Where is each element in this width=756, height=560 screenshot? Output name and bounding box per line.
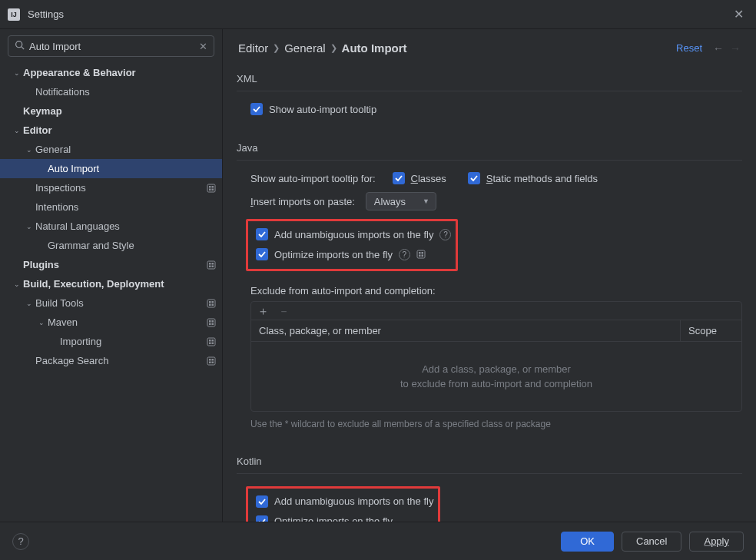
- forward-icon: →: [730, 42, 741, 55]
- tree-row[interactable]: ⌄Build, Execution, Deployment: [0, 274, 222, 293]
- tree-row[interactable]: ⌄Keymap: [0, 101, 222, 121]
- content-scroll[interactable]: XML Show auto-import tooltip Java Show a…: [223, 62, 756, 522]
- row-optimize-java: Optimize imports on the fly ?: [253, 244, 451, 264]
- svg-rect-3: [209, 186, 211, 188]
- chevron-down-icon[interactable]: ⌄: [23, 146, 35, 154]
- chevron-down-icon[interactable]: ⌄: [23, 223, 35, 230]
- project-scope-icon: [207, 299, 216, 308]
- settings-tree[interactable]: ⌄Appearance & Behavior⌄Notifications⌄Key…: [0, 63, 222, 522]
- close-icon[interactable]: ✕: [729, 4, 748, 25]
- svg-rect-31: [212, 361, 214, 363]
- help-icon[interactable]: ?: [399, 249, 410, 260]
- svg-rect-36: [421, 255, 423, 257]
- section-title: XML: [237, 70, 742, 88]
- row-optimize-kotlin: Optimize imports on the fly: [253, 512, 433, 522]
- tree-row[interactable]: ⌄General: [0, 140, 222, 159]
- project-scope-icon: [207, 260, 216, 270]
- ok-button[interactable]: OK: [561, 532, 614, 552]
- settings-window: IJ Settings ✕ ✕ ⌄Appearance & Behavior⌄N…: [0, 0, 756, 560]
- back-icon[interactable]: ←: [713, 42, 724, 55]
- section-title: Java: [237, 139, 742, 157]
- svg-rect-29: [212, 359, 214, 361]
- label: Add unambiguous imports on the fly: [274, 229, 433, 240]
- label: Show auto-import tooltip for:: [250, 173, 376, 184]
- clear-search-icon[interactable]: ✕: [197, 41, 209, 52]
- checkbox-static-methods[interactable]: [468, 172, 480, 184]
- tree-row[interactable]: ⌄Package Search: [0, 351, 222, 370]
- svg-rect-28: [209, 359, 211, 361]
- svg-rect-34: [421, 252, 423, 254]
- breadcrumb: Editor ❯ General ❯ Auto Import: [238, 41, 407, 55]
- help-button[interactable]: ?: [12, 533, 29, 550]
- window-title: Settings: [28, 8, 64, 20]
- tree-label: Build Tools: [35, 297, 202, 309]
- tree-label: Build, Execution, Deployment: [23, 278, 216, 290]
- svg-rect-16: [212, 303, 214, 306]
- remove-icon[interactable]: －: [278, 305, 290, 316]
- add-icon[interactable]: ＋: [257, 305, 269, 316]
- label: Add unambiguous imports on the fly: [274, 495, 433, 507]
- tree-label: Maven: [48, 316, 202, 328]
- tree-row[interactable]: ⌄Plugins: [0, 255, 222, 274]
- tree-row[interactable]: ⌄Importing: [0, 332, 222, 351]
- svg-rect-2: [207, 184, 215, 192]
- checkbox-xml-tooltip[interactable]: [250, 103, 263, 115]
- select-value: Always: [374, 196, 406, 207]
- tree-row[interactable]: ⌄Appearance & Behavior: [0, 63, 222, 82]
- breadcrumb-item[interactable]: General: [284, 41, 325, 55]
- checkbox-add-unambiguous-kotlin[interactable]: [256, 495, 268, 508]
- svg-rect-32: [417, 250, 425, 258]
- tree-row[interactable]: ⌄Notifications: [0, 82, 222, 101]
- chevron-down-icon[interactable]: ⌄: [35, 319, 48, 326]
- chevron-down-icon[interactable]: ⌄: [11, 127, 23, 134]
- label-static-methods: Static methods and fields: [486, 173, 598, 184]
- empty-text: Add a class, package, or member: [422, 363, 571, 375]
- chevron-down-icon[interactable]: ⌄: [23, 300, 35, 307]
- checkbox-optimize-kotlin[interactable]: [256, 515, 268, 522]
- tree-row[interactable]: ⌄Natural Languages: [0, 217, 222, 236]
- search-input[interactable]: [29, 38, 197, 55]
- row-insert-on-paste: Insert imports on paste: Always ▼: [237, 188, 742, 214]
- content-header: Editor ❯ General ❯ Auto Import Reset ← →: [223, 29, 756, 62]
- checkbox-add-unambiguous-java[interactable]: [256, 228, 268, 240]
- exclude-header-row: Class, package, or member Scope: [251, 320, 741, 342]
- tree-label: Intentions: [35, 201, 216, 213]
- svg-rect-25: [209, 342, 211, 344]
- tree-row[interactable]: ⌄Grammar and Style: [0, 236, 222, 255]
- label: Show auto-import tooltip: [269, 104, 376, 115]
- breadcrumb-item[interactable]: Editor: [238, 41, 268, 55]
- tree-row[interactable]: ⌄Auto Import: [0, 159, 222, 178]
- svg-rect-4: [212, 186, 214, 188]
- section-kotlin: Kotlin Add unambiguous imports on the fl…: [237, 452, 742, 522]
- svg-rect-27: [207, 357, 215, 365]
- tree-row[interactable]: ⌄Editor: [0, 121, 222, 140]
- checkbox-optimize-java[interactable]: [256, 248, 268, 260]
- tree-row[interactable]: ⌄Build Tools: [0, 293, 222, 313]
- checkbox-classes[interactable]: [393, 172, 405, 184]
- row-xml-tooltip: Show auto-import tooltip: [237, 99, 742, 119]
- insert-on-paste-select[interactable]: Always ▼: [366, 192, 436, 210]
- sidebar: ✕ ⌄Appearance & Behavior⌄Notifications⌄K…: [0, 29, 223, 522]
- svg-rect-11: [212, 265, 214, 267]
- tree-label: Keymap: [23, 105, 216, 117]
- label: Insert imports on paste:: [250, 196, 355, 207]
- reset-link[interactable]: Reset: [676, 42, 702, 54]
- svg-rect-8: [209, 263, 211, 265]
- cancel-button[interactable]: Cancel: [622, 532, 681, 552]
- label: Optimize imports on the fly: [274, 249, 393, 260]
- help-icon[interactable]: ?: [439, 229, 451, 240]
- tree-label: Inspections: [35, 182, 202, 194]
- divider: [237, 473, 742, 474]
- chevron-down-icon[interactable]: ⌄: [11, 69, 23, 77]
- section-java: Java Show auto-import tooltip for: Class…: [237, 139, 742, 431]
- apply-button[interactable]: Apply: [689, 532, 744, 552]
- tree-row[interactable]: ⌄Maven: [0, 313, 222, 332]
- tree-row[interactable]: ⌄Intentions: [0, 197, 222, 217]
- svg-rect-10: [209, 265, 211, 267]
- tree-label: General: [35, 144, 216, 155]
- tree-label: Appearance & Behavior: [23, 67, 216, 78]
- chevron-down-icon[interactable]: ⌄: [11, 280, 23, 288]
- chevron-right-icon: ❯: [330, 43, 337, 53]
- tree-row[interactable]: ⌄Inspections: [0, 178, 222, 197]
- divider: [237, 160, 742, 161]
